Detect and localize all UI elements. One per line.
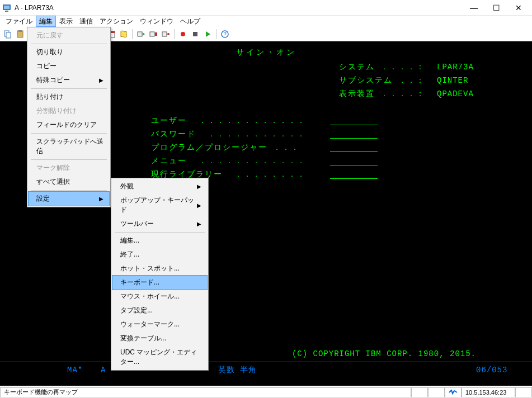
menu-item[interactable]: 設定▶	[28, 191, 110, 206]
menu-help[interactable]: ヘルプ	[177, 16, 204, 27]
menu-item[interactable]: ツールバー▶	[112, 217, 207, 231]
system-value: LPAR73A	[437, 60, 482, 74]
script-icon[interactable]	[118, 29, 129, 40]
svg-rect-24	[150, 32, 154, 36]
display-value: QPADEVA	[437, 87, 482, 101]
menu-edit[interactable]: 編集	[36, 16, 56, 27]
menu-item[interactable]: 外観▶	[112, 179, 207, 193]
menu-item[interactable]: コピー	[29, 59, 109, 73]
menu-item: マーク解除	[29, 161, 109, 175]
menu-item[interactable]: キーボード...	[112, 275, 208, 290]
menu-file[interactable]: ファイル	[2, 16, 36, 27]
close-button[interactable]: ✕	[507, 0, 530, 16]
menu-item-label: 編集...	[120, 236, 139, 245]
menu-separator	[31, 88, 107, 89]
menu-item[interactable]: 貼り付け	[29, 90, 109, 104]
settings-submenu: 外観▶ポップアップ・キーパッド▶ツールバー▶編集...終了...ホット・スポット…	[111, 178, 209, 371]
display-label: 表示装置 ．．．．：	[339, 87, 437, 101]
toolbar-separator	[174, 29, 175, 39]
menu-item-label: すべて選択	[36, 177, 70, 187]
app-icon	[2, 3, 11, 12]
svg-rect-6	[18, 30, 22, 32]
menu-input[interactable]	[330, 165, 378, 165]
menu-item[interactable]: 編集...	[112, 234, 207, 248]
menu-item-label: ウォーターマーク...	[120, 320, 180, 329]
menu-item[interactable]: すべて選択	[29, 175, 109, 189]
copy-icon[interactable]	[2, 29, 13, 40]
maximize-button[interactable]: ☐	[485, 0, 507, 16]
menu-item-label: マーク解除	[36, 163, 70, 173]
play-macro-icon[interactable]	[135, 29, 147, 40]
menu-item[interactable]: フィールドのクリア	[29, 118, 109, 132]
menu-item-label: UDC マッピング・エディター...	[120, 348, 201, 367]
record-icon[interactable]	[177, 29, 189, 40]
library-input[interactable]	[330, 178, 378, 179]
menu-item-label: ツールバー	[120, 219, 154, 229]
menu-item[interactable]: ウォーターマーク...	[112, 318, 207, 331]
password-label: パスワード ．．．．．．．．．．．	[151, 127, 330, 141]
window-title: A - LPAR73A	[15, 4, 54, 12]
menu-label: メニュー ．．．．．．．．．．．．	[151, 154, 330, 168]
play-icon[interactable]	[202, 29, 213, 40]
program-input[interactable]	[330, 151, 378, 152]
menu-item[interactable]: スクラッチパッドへ送信	[29, 135, 109, 158]
menu-item[interactable]: マウス・ホイール...	[112, 290, 207, 304]
terminal-footer: (C) COPYRIGHT IBM CORP. 1980, 2015. MA* …	[0, 347, 532, 377]
svg-text:?: ?	[223, 31, 227, 37]
signon-fields: ユーザー ．．．．．．．．．．．． パスワード ．．．．．．．．．．． プログラ…	[151, 114, 378, 181]
menu-comm[interactable]: 通信	[76, 16, 96, 27]
menu-action[interactable]: アクション	[96, 16, 136, 27]
chevron-right-icon: ▶	[99, 196, 103, 202]
help-icon[interactable]: ?	[219, 29, 230, 40]
svg-rect-4	[6, 32, 11, 38]
minimize-button[interactable]: —	[463, 0, 485, 16]
menu-item[interactable]: ホット・スポット...	[112, 262, 207, 276]
menu-item[interactable]: 特殊コピー▶	[29, 73, 109, 87]
status-indicator-2	[428, 387, 445, 397]
menu-separator	[31, 159, 107, 160]
titlebar: A - LPAR73A — ☐ ✕	[0, 0, 532, 16]
menu-item[interactable]: UDC マッピング・エディター...	[112, 345, 207, 369]
menu-item-label: スクラッチパッドへ送信	[36, 137, 103, 156]
menu-item[interactable]: タブ設定...	[112, 304, 207, 318]
menu-item-label: キーボード...	[120, 278, 159, 287]
svg-rect-26	[162, 32, 167, 36]
user-label: ユーザー ．．．．．．．．．．．．	[151, 114, 330, 127]
menu-item-label: 分割貼り付け	[36, 106, 77, 116]
stop-macro-icon[interactable]	[148, 29, 159, 40]
status-input-mode: 英数 半角	[218, 363, 257, 377]
system-label: システム ．．．．：	[339, 60, 437, 74]
menu-item-label: 切り取り	[36, 48, 63, 57]
menu-separator	[31, 44, 107, 44]
menu-item[interactable]: 変換テーブル...	[112, 331, 207, 345]
svg-rect-23	[138, 32, 142, 36]
menu-item: 分割貼り付け	[29, 104, 109, 118]
password-input[interactable]	[330, 138, 378, 139]
chevron-right-icon: ▶	[197, 221, 201, 227]
svg-rect-1	[4, 6, 10, 9]
svg-rect-25	[155, 32, 157, 36]
menu-window[interactable]: ウィンドウ	[136, 16, 177, 27]
menu-item-label: 貼り付け	[36, 92, 63, 102]
svg-point-28	[181, 32, 185, 36]
chevron-right-icon: ▶	[197, 202, 201, 209]
svg-rect-2	[5, 11, 8, 12]
toolbar-separator	[216, 29, 216, 39]
menu-view[interactable]: 表示	[56, 16, 76, 27]
paste-icon[interactable]	[15, 29, 26, 40]
menu-item[interactable]: 切り取り	[29, 45, 109, 59]
svg-point-27	[167, 33, 170, 35]
menu-item[interactable]: ポップアップ・キーパッド▶	[112, 193, 207, 217]
record-macro-icon[interactable]	[160, 29, 171, 40]
connection-address: 10.5.153.46:23	[462, 387, 515, 397]
stop-icon[interactable]	[190, 29, 201, 40]
status-ma: MA*	[67, 363, 101, 377]
program-label: プログラム／プロシージャー ．．．	[151, 141, 330, 154]
menu-item[interactable]: 終了...	[112, 248, 207, 262]
status-indicator-3	[515, 387, 532, 397]
edit-menu: 元に戻す切り取りコピー特殊コピー▶貼り付け分割貼り付けフィールドのクリアスクラッ…	[27, 27, 111, 207]
connection-icon	[445, 387, 462, 397]
menu-item-label: 終了...	[120, 250, 139, 259]
user-input[interactable]	[330, 125, 378, 125]
menu-item-label: ポップアップ・キーパッド	[120, 196, 197, 215]
